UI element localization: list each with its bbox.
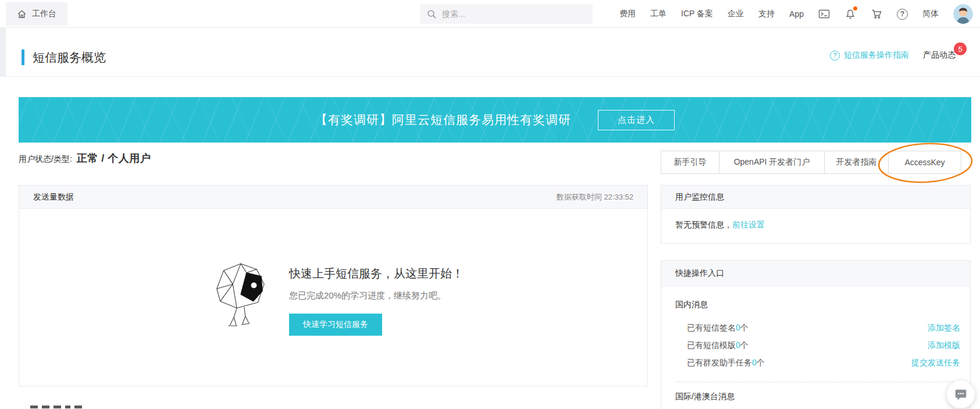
signature-row: 已有短信签名0个 添加签名 [687,319,960,337]
dashed-divider [675,382,956,382]
left-edge-strip [0,28,6,77]
help-circle-icon: ? [830,51,840,61]
intl-sms-label: 国际/港澳台消息 [675,392,956,402]
accesskey-button[interactable]: AccessKey [889,151,961,174]
domestic-sms-label: 国内消息 [675,300,956,310]
nav-item-icp[interactable]: ICP 备案 [681,9,713,19]
nav-item-support[interactable]: 支持 [758,9,775,19]
notification-dot [853,6,857,10]
user-status-label: 用户状态/类型: [19,154,72,165]
openapi-portal-button[interactable]: OpenAPI 开发者门户 [719,151,825,174]
quick-ops-rows: 已有短信签名0个 添加签名 已有短信模版0个 添加模版 已有群发助手任务0个 提… [687,319,960,372]
chat-support-button[interactable] [947,380,975,408]
sms-guide-label: 短信服务操作指南 [844,50,909,61]
batch-task-count: 0 [752,358,757,367]
nav-item-enterprise[interactable]: 企业 [728,9,744,19]
cart-icon[interactable] [871,8,882,20]
quick-ops-title: 快捷操作入口 [675,268,724,279]
onboarding-title: 快速上手短信服务，从这里开始！ [289,266,464,282]
survey-banner: 【有奖调研】阿里云短信服务易用性有奖调研 点击进入 [19,97,971,143]
template-count-text: 已有短信模版0个 [687,340,749,351]
navbar-right: 费用 工单 ICP 备案 企业 支持 App ? 简体 [619,0,973,28]
search-icon [427,9,437,19]
beginner-guide-button[interactable]: 新手引导 [661,151,719,174]
avatar[interactable] [953,4,973,24]
workbench-label: 工作台 [32,9,56,19]
nav-item-billing[interactable]: 费用 [619,9,636,19]
header-links: ? 短信服务操作指南 产品动态 5 [830,50,956,61]
chat-bubble-icon [953,387,968,402]
send-volume-title: 发送量数据 [33,192,74,202]
title-accent-bar [22,49,24,65]
survey-enter-button[interactable]: 点击进入 [598,110,675,130]
nav-item-app[interactable]: App [789,9,804,19]
home-icon [17,9,27,19]
product-news-link[interactable]: 产品动态 5 [923,50,956,61]
alert-settings-link[interactable]: 前往设置 [732,220,765,229]
onboarding-promo: 快速上手短信服务，从这里开始！ 您已完成20%的学习进度，继续努力吧。 快速学习… [211,261,464,336]
workbench-tab[interactable]: 工作台 [6,2,67,26]
submit-send-task-link[interactable]: 提交发送任务 [911,358,960,368]
add-signature-link[interactable]: 添加签名 [928,323,960,333]
template-row: 已有短信模版0个 添加模版 [687,337,960,354]
page-header: 短信服务概览 ? 短信服务操作指南 产品动态 5 [0,28,980,77]
sms-guide-link[interactable]: ? 短信服务操作指南 [830,50,909,61]
terminal-icon[interactable] [818,8,830,20]
page-title: 短信服务概览 [33,49,106,66]
batch-task-count-text: 已有群发助手任务0个 [687,358,765,368]
no-alert-text: 暂无预警信息， [675,220,732,229]
quick-ops-card: 快捷操作入口 国内消息 已有短信签名0个 添加签名 已有短信模版0个 添加模版 … [661,260,971,409]
search-input[interactable] [442,9,576,19]
user-monitor-title: 用户监控信息 [675,192,724,202]
signature-count: 0 [736,323,740,332]
global-search[interactable] [420,4,593,24]
survey-banner-text: 【有奖调研】阿里云短信服务易用性有奖调研 [315,112,571,128]
user-status-row: 用户状态/类型: 正常 / 个人用户 [19,151,151,165]
user-monitor-body: 暂无预警信息，前往设置 [661,209,970,241]
product-news-label: 产品动态 [923,50,956,59]
onboarding-progress-text: 您已完成20%的学习进度，继续努力吧。 [289,290,464,301]
add-template-link[interactable]: 添加模版 [928,340,960,351]
help-icon[interactable]: ? [897,9,908,20]
nav-item-tickets[interactable]: 工单 [650,9,667,19]
quick-learn-button[interactable]: 快速学习短信服务 [289,314,382,336]
notification-bell-icon[interactable] [844,8,856,20]
batch-task-row: 已有群发助手任务0个 提交发送任务 [687,354,960,372]
send-volume-card-header: 发送量数据 数据获取时间 22:33:52 [19,186,647,209]
user-monitor-card: 用户监控信息 暂无预警信息，前往设置 [661,185,971,244]
data-fetch-time: 数据获取时间 22:33:52 [557,192,633,202]
robot-illustration [211,261,268,331]
developer-guide-button[interactable]: 开发者指南 [825,151,889,174]
top-navbar: 工作台 费用 工单 ICP 备案 企业 支持 App ? 简体 [0,0,980,28]
quick-button-group: 新手引导 OpenAPI 开发者门户 开发者指南 AccessKey [661,151,961,174]
user-status-value: 正常 / 个人用户 [77,151,151,165]
user-monitor-card-header: 用户监控信息 [661,186,970,209]
send-volume-card: 发送量数据 数据获取时间 22:33:52 快速上手短信服务，从这里开始！ 您已… [19,185,648,386]
template-count: 0 [736,340,740,350]
news-count-badge: 5 [954,42,967,55]
clipped-next-section-title [30,406,82,408]
quick-ops-card-header: 快捷操作入口 [661,261,970,286]
signature-count-text: 已有短信签名0个 [687,323,749,333]
locale-switcher[interactable]: 简体 [922,9,939,19]
onboarding-text-block: 快速上手短信服务，从这里开始！ 您已完成20%的学习进度，继续努力吧。 快速学习… [289,261,464,336]
